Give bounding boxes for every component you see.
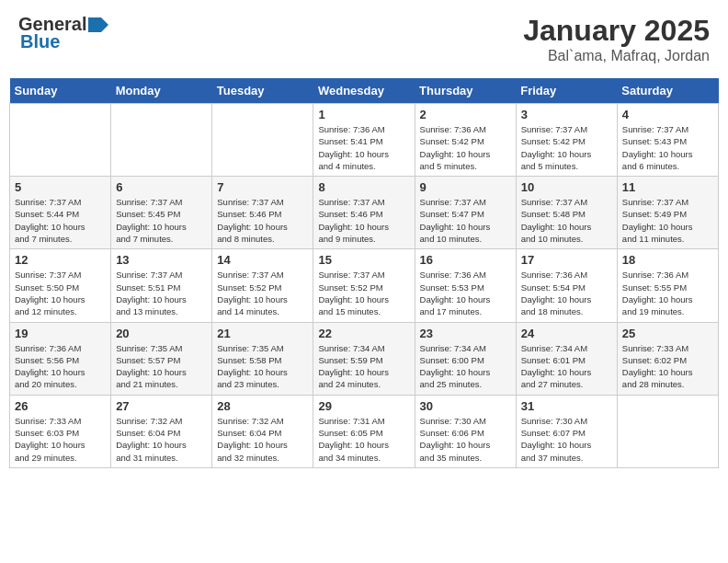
day-info: Sunrise: 7:31 AM Sunset: 6:05 PM Dayligh… <box>318 415 409 464</box>
day-info: Sunrise: 7:36 AM Sunset: 5:53 PM Dayligh… <box>420 269 511 317</box>
calendar-cell: 7Sunrise: 7:37 AM Sunset: 5:46 PM Daylig… <box>212 177 313 249</box>
calendar-cell: 19Sunrise: 7:36 AM Sunset: 5:56 PM Dayli… <box>10 322 111 395</box>
calendar-cell: 28Sunrise: 7:32 AM Sunset: 6:04 PM Dayli… <box>212 395 313 467</box>
day-number: 30 <box>420 399 511 413</box>
day-info: Sunrise: 7:37 AM Sunset: 5:47 PM Dayligh… <box>420 196 511 245</box>
calendar-cell: 24Sunrise: 7:34 AM Sunset: 6:01 PM Dayli… <box>516 322 617 395</box>
day-number: 20 <box>116 327 207 340</box>
calendar-cell: 13Sunrise: 7:37 AM Sunset: 5:51 PM Dayli… <box>111 249 212 322</box>
calendar-cell: 10Sunrise: 7:37 AM Sunset: 5:48 PM Dayli… <box>516 177 617 249</box>
day-number: 26 <box>15 399 106 413</box>
calendar-cell: 31Sunrise: 7:30 AM Sunset: 6:07 PM Dayli… <box>516 395 617 467</box>
calendar-cell: 20Sunrise: 7:35 AM Sunset: 5:57 PM Dayli… <box>111 322 212 395</box>
day-info: Sunrise: 7:30 AM Sunset: 6:06 PM Dayligh… <box>420 415 511 464</box>
day-number: 6 <box>116 180 207 194</box>
month-title: January 2025 <box>523 14 710 48</box>
day-info: Sunrise: 7:37 AM Sunset: 5:44 PM Dayligh… <box>15 196 106 245</box>
calendar-table: SundayMondayTuesdayWednesdayThursdayFrid… <box>9 78 719 468</box>
day-number: 17 <box>521 253 612 267</box>
calendar-cell: 14Sunrise: 7:37 AM Sunset: 5:52 PM Dayli… <box>212 249 313 322</box>
calendar-cell: 9Sunrise: 7:37 AM Sunset: 5:47 PM Daylig… <box>415 177 516 249</box>
day-number: 1 <box>318 108 409 121</box>
week-row-1: 5Sunrise: 7:37 AM Sunset: 5:44 PM Daylig… <box>10 177 719 249</box>
day-number: 10 <box>521 180 612 194</box>
day-number: 31 <box>521 399 612 413</box>
day-info: Sunrise: 7:37 AM Sunset: 5:49 PM Dayligh… <box>622 196 713 245</box>
day-number: 24 <box>521 327 612 340</box>
calendar-cell: 30Sunrise: 7:30 AM Sunset: 6:06 PM Dayli… <box>415 395 516 467</box>
day-number: 13 <box>116 253 207 267</box>
calendar-cell: 18Sunrise: 7:36 AM Sunset: 5:55 PM Dayli… <box>617 249 718 322</box>
day-info: Sunrise: 7:36 AM Sunset: 5:41 PM Dayligh… <box>318 123 409 172</box>
day-number: 5 <box>15 180 106 194</box>
day-number: 16 <box>420 253 511 267</box>
calendar-cell: 6Sunrise: 7:37 AM Sunset: 5:45 PM Daylig… <box>111 177 212 249</box>
logo-icon <box>88 17 108 32</box>
calendar-cell <box>212 104 313 177</box>
header-day-thursday: Thursday <box>415 78 516 104</box>
day-info: Sunrise: 7:32 AM Sunset: 6:04 PM Dayligh… <box>116 415 207 464</box>
day-number: 15 <box>318 253 409 267</box>
day-number: 11 <box>622 180 713 194</box>
logo-blue: Blue <box>20 31 60 52</box>
week-row-4: 26Sunrise: 7:33 AM Sunset: 6:03 PM Dayli… <box>10 395 719 467</box>
calendar-cell: 2Sunrise: 7:36 AM Sunset: 5:42 PM Daylig… <box>415 104 516 177</box>
day-info: Sunrise: 7:37 AM Sunset: 5:46 PM Dayligh… <box>318 196 409 245</box>
header-day-tuesday: Tuesday <box>212 78 313 104</box>
week-row-0: 1Sunrise: 7:36 AM Sunset: 5:41 PM Daylig… <box>10 104 719 177</box>
day-info: Sunrise: 7:32 AM Sunset: 6:04 PM Dayligh… <box>217 415 308 464</box>
day-info: Sunrise: 7:34 AM Sunset: 6:00 PM Dayligh… <box>420 342 511 391</box>
calendar-cell: 8Sunrise: 7:37 AM Sunset: 5:46 PM Daylig… <box>313 177 415 249</box>
day-number: 29 <box>318 399 409 413</box>
calendar-cell <box>10 104 111 177</box>
day-info: Sunrise: 7:37 AM Sunset: 5:52 PM Dayligh… <box>318 269 409 317</box>
day-info: Sunrise: 7:35 AM Sunset: 5:57 PM Dayligh… <box>116 342 207 391</box>
day-number: 23 <box>420 327 511 340</box>
day-number: 25 <box>622 327 713 340</box>
calendar-cell: 26Sunrise: 7:33 AM Sunset: 6:03 PM Dayli… <box>10 395 111 467</box>
week-row-2: 12Sunrise: 7:37 AM Sunset: 5:50 PM Dayli… <box>10 249 719 322</box>
day-info: Sunrise: 7:36 AM Sunset: 5:56 PM Dayligh… <box>15 342 106 391</box>
calendar-header-row: SundayMondayTuesdayWednesdayThursdayFrid… <box>10 78 719 104</box>
day-number: 28 <box>217 399 308 413</box>
location: Bal`ama, Mafraq, Jordan <box>523 48 710 64</box>
calendar-cell: 17Sunrise: 7:36 AM Sunset: 5:54 PM Dayli… <box>516 249 617 322</box>
calendar-cell: 25Sunrise: 7:33 AM Sunset: 6:02 PM Dayli… <box>617 322 718 395</box>
header-day-sunday: Sunday <box>10 78 111 104</box>
calendar-cell: 27Sunrise: 7:32 AM Sunset: 6:04 PM Dayli… <box>111 395 212 467</box>
calendar-cell: 3Sunrise: 7:37 AM Sunset: 5:42 PM Daylig… <box>516 104 617 177</box>
day-info: Sunrise: 7:37 AM Sunset: 5:43 PM Dayligh… <box>622 123 713 172</box>
header-day-wednesday: Wednesday <box>313 78 415 104</box>
calendar-cell: 21Sunrise: 7:35 AM Sunset: 5:58 PM Dayli… <box>212 322 313 395</box>
calendar-cell: 16Sunrise: 7:36 AM Sunset: 5:53 PM Dayli… <box>415 249 516 322</box>
calendar-cell: 11Sunrise: 7:37 AM Sunset: 5:49 PM Dayli… <box>617 177 718 249</box>
calendar-cell <box>111 104 212 177</box>
calendar-cell: 23Sunrise: 7:34 AM Sunset: 6:00 PM Dayli… <box>415 322 516 395</box>
header-day-monday: Monday <box>111 78 212 104</box>
day-info: Sunrise: 7:35 AM Sunset: 5:58 PM Dayligh… <box>217 342 308 391</box>
day-number: 12 <box>15 253 106 267</box>
day-info: Sunrise: 7:37 AM Sunset: 5:50 PM Dayligh… <box>15 269 106 317</box>
day-info: Sunrise: 7:37 AM Sunset: 5:48 PM Dayligh… <box>521 196 612 245</box>
logo: General Blue <box>18 14 108 52</box>
day-number: 18 <box>622 253 713 267</box>
day-number: 21 <box>217 327 308 340</box>
day-number: 4 <box>622 108 713 121</box>
title-area: January 2025 Bal`ama, Mafraq, Jordan <box>523 14 710 64</box>
day-info: Sunrise: 7:37 AM Sunset: 5:52 PM Dayligh… <box>217 269 308 317</box>
svg-marker-0 <box>88 17 108 32</box>
calendar-cell: 29Sunrise: 7:31 AM Sunset: 6:05 PM Dayli… <box>313 395 415 467</box>
header: General Blue January 2025 Bal`ama, Mafra… <box>9 9 719 69</box>
day-number: 19 <box>15 327 106 340</box>
calendar-cell: 22Sunrise: 7:34 AM Sunset: 5:59 PM Dayli… <box>313 322 415 395</box>
calendar-cell: 4Sunrise: 7:37 AM Sunset: 5:43 PM Daylig… <box>617 104 718 177</box>
day-info: Sunrise: 7:36 AM Sunset: 5:54 PM Dayligh… <box>521 269 612 317</box>
day-number: 27 <box>116 399 207 413</box>
calendar-cell: 1Sunrise: 7:36 AM Sunset: 5:41 PM Daylig… <box>313 104 415 177</box>
day-number: 2 <box>420 108 511 121</box>
day-info: Sunrise: 7:37 AM Sunset: 5:46 PM Dayligh… <box>217 196 308 245</box>
header-day-friday: Friday <box>516 78 617 104</box>
day-number: 7 <box>217 180 308 194</box>
day-info: Sunrise: 7:37 AM Sunset: 5:51 PM Dayligh… <box>116 269 207 317</box>
day-number: 22 <box>318 327 409 340</box>
